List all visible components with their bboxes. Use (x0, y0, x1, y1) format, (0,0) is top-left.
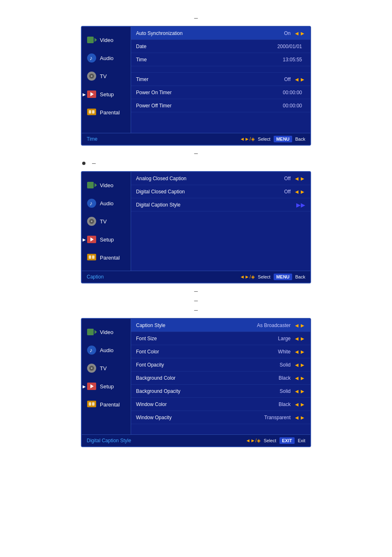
row-digital-cc[interactable]: Digital Closed Caption Off ◄► (131, 185, 310, 198)
label-font-opacity: Font Opacity (136, 362, 258, 368)
panel2-sidebar-tv[interactable]: TV (82, 212, 131, 230)
panel2-sidebar-parental[interactable]: Parental (82, 248, 131, 267)
label-caption-style: Caption Style (136, 323, 257, 328)
arrow-font-color: ◄► (294, 348, 305, 355)
panel3-label-tv: TV (100, 365, 107, 371)
row-window-opacity[interactable]: Window Opacity Transparent ◄► (131, 411, 310, 424)
time-panel: Video ♪ Audio (81, 26, 311, 146)
panel3-select-icon: ◄►/◈ (246, 438, 261, 443)
value-bg-opacity: Solid (258, 388, 291, 394)
arrow-bg-opacity: ◄► (294, 388, 305, 395)
sidebar-item-tv[interactable]: TV (82, 67, 131, 85)
row-digital-style[interactable]: Digital Caption Style ▶▶ (131, 198, 310, 211)
sidebar-label-audio: Audio (100, 55, 113, 61)
panel3-sidebar-video[interactable]: Video (82, 323, 131, 341)
row-label-power-on: Power On Timer (136, 90, 269, 95)
svg-point-30 (91, 367, 92, 369)
mid-dash-4: – (0, 306, 392, 314)
svg-rect-22 (89, 255, 91, 259)
row-label-date: Date (136, 44, 269, 49)
row-label-auto-sync: Auto Synchronization (136, 30, 258, 36)
panel2-empty-space (131, 211, 310, 244)
row-bg-color[interactable]: Background Color Black ◄► (131, 371, 310, 385)
panel2-label-audio: Audio (100, 200, 113, 207)
panel2-label-parental: Parental (100, 255, 120, 261)
panel2-video-icon (86, 179, 97, 191)
bullet-dash: – (92, 160, 96, 167)
svg-rect-33 (87, 401, 96, 407)
panel3-label-parental: Parental (100, 402, 120, 408)
panel1-bottom-bar: Time ◄►/◈ Select MENU Back (82, 133, 310, 145)
panel1-select-icon: ◄►/◈ (240, 136, 254, 142)
panel2-parental-icon (86, 252, 97, 263)
digital-caption-style-panel: Video ♪ Audio (81, 318, 311, 447)
row-caption-style[interactable]: Caption Style As Broadcaster ◄► (131, 319, 310, 332)
row-bg-opacity[interactable]: Background Opacity Solid ◄► (131, 385, 310, 398)
label-font-color: Font Color (136, 349, 258, 355)
label-window-opacity: Window Opacity (136, 415, 258, 420)
panel2-select-label: Select (258, 274, 271, 279)
svg-rect-21 (87, 254, 96, 260)
sidebar-label-setup: Setup (100, 91, 114, 97)
sidebar-item-video[interactable]: Video (82, 31, 131, 49)
panel1-select-label: Select (258, 137, 271, 142)
sidebar-label-parental: Parental (100, 109, 120, 116)
row-value-power-on: 00:00:00 (269, 90, 302, 95)
setup-icon (86, 88, 97, 100)
sidebar-item-audio[interactable]: ♪ Audio (82, 49, 131, 67)
panel2-sidebar-setup[interactable]: Setup (82, 230, 131, 248)
value-window-opacity: Transparent (258, 415, 291, 420)
panel2-sidebar-audio[interactable]: ♪ Audio (82, 194, 131, 212)
label-bg-color: Background Color (136, 375, 258, 381)
svg-point-6 (91, 75, 92, 77)
row-power-off: Power Off Timer 00:00:00 (131, 99, 310, 112)
row-label-time: Time (136, 57, 269, 63)
panel2-audio-icon: ♪ (86, 197, 97, 209)
panel1-sidebar: Video ♪ Audio (82, 27, 131, 133)
panel3-sidebar-parental[interactable]: Parental (82, 395, 131, 413)
svg-rect-35 (92, 402, 95, 406)
audio-icon: ♪ (86, 52, 97, 64)
arrow-digital-style: ▶▶ (296, 202, 305, 208)
arrow-font-opacity: ◄► (294, 362, 305, 368)
panel3-sidebar: Video ♪ Audio (82, 319, 131, 434)
panel3-bottom-bar: Digital Caption Style ◄►/◈ Select EXIT E… (82, 434, 310, 446)
panel3-select-label: Select (264, 438, 277, 443)
row-value-date: 2000/01/01 (269, 44, 302, 49)
row-auto-sync[interactable]: Auto Synchronization On ◄► (131, 27, 310, 40)
svg-marker-25 (95, 330, 97, 334)
panel2-menu-btn[interactable]: MENU (274, 274, 292, 280)
sidebar-item-parental[interactable]: Parental (82, 103, 131, 121)
panel3-sidebar-audio[interactable]: ♪ Audio (82, 341, 131, 359)
row-font-color[interactable]: Font Color White ◄► (131, 345, 310, 358)
panel3-tv-icon (86, 362, 97, 374)
row-date: Date 2000/01/01 (131, 40, 310, 53)
panel3-exit-btn[interactable]: EXIT (279, 437, 294, 444)
row-spacer1 (131, 66, 310, 73)
row-timer[interactable]: Timer Off ◄► (131, 73, 310, 86)
panel1-content: Auto Synchronization On ◄► Date 2000/01/… (131, 27, 310, 133)
panel3-content: Caption Style As Broadcaster ◄► Font Siz… (131, 319, 310, 434)
value-analog-cc: Off (258, 176, 291, 181)
label-digital-style: Digital Caption Style (136, 202, 260, 208)
panel3-audio-icon: ♪ (86, 344, 97, 356)
row-font-opacity[interactable]: Font Opacity Solid ◄► (131, 358, 310, 371)
sidebar-item-setup[interactable]: Setup (82, 85, 131, 103)
panel3-sidebar-tv[interactable]: TV (82, 359, 131, 377)
panel3-sidebar-setup[interactable]: Setup (82, 377, 131, 395)
arrow-analog-cc: ◄► (294, 175, 305, 182)
row-font-size[interactable]: Font Size Large ◄► (131, 332, 310, 345)
svg-marker-13 (95, 183, 97, 187)
panel2-sidebar-video[interactable]: Video (82, 176, 131, 194)
panel2-label-setup: Setup (100, 237, 114, 243)
panel1-title-label: Time (87, 136, 97, 142)
panel1-menu-btn[interactable]: MENU (274, 136, 292, 142)
label-bg-opacity: Background Opacity (136, 388, 258, 394)
panel3-label-audio: Audio (100, 347, 113, 353)
row-analog-cc[interactable]: Analog Closed Caption Off ◄► (131, 172, 310, 185)
row-window-color[interactable]: Window Color Black ◄► (131, 398, 310, 411)
svg-rect-24 (87, 329, 94, 335)
label-font-size: Font Size (136, 336, 258, 341)
svg-rect-9 (87, 109, 96, 115)
top-dash-separator: – (0, 14, 392, 22)
